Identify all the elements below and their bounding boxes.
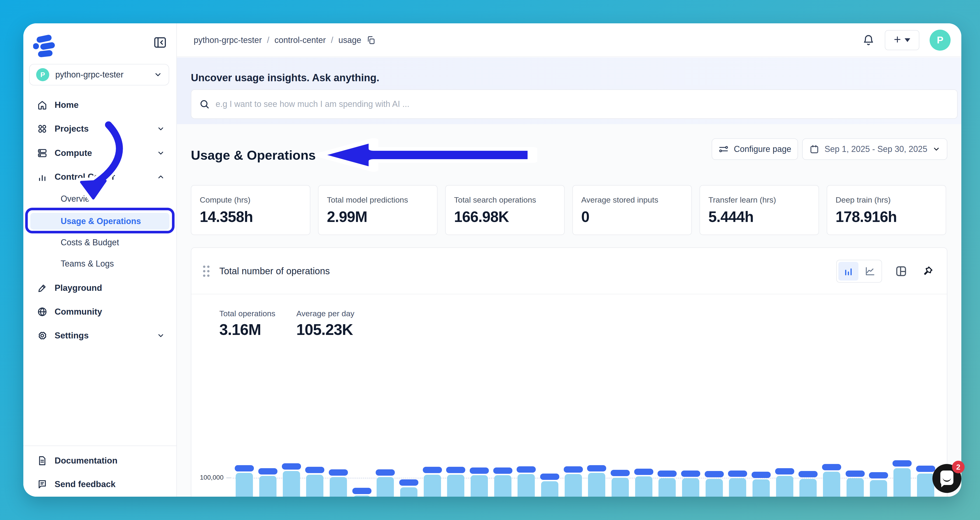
sidebar-item-compute[interactable]: Compute <box>23 144 177 162</box>
sidebar-item-label: Community <box>55 307 102 317</box>
stat-label: Compute (hrs) <box>200 196 301 204</box>
projects-icon <box>37 124 48 134</box>
sidebar-item-label: Playground <box>55 283 102 293</box>
date-range-picker[interactable]: Sep 1, 2025 - Sep 30, 2025 <box>802 138 947 160</box>
chart-bar-marker <box>634 469 653 475</box>
chart-bar-sep-13 <box>517 474 535 497</box>
stat-value: 14.358h <box>200 208 301 226</box>
chart-plot: 020,00040,00060,00080,000100,000 <box>191 248 947 497</box>
chart-bar-marker <box>329 469 348 475</box>
sidebar-item-label: Send feedback <box>55 479 116 489</box>
chart-bar-marker <box>705 471 724 477</box>
home-icon <box>37 100 48 110</box>
page-content: Usage & Operations Configure page Sep 1,… <box>177 124 961 497</box>
chart-bar-marker <box>799 471 818 477</box>
search-icon <box>199 99 210 109</box>
caret-down-icon <box>905 38 910 42</box>
app-logo-icon <box>33 35 56 58</box>
user-avatar[interactable]: P <box>930 30 951 51</box>
chart-bar-marker <box>517 466 536 472</box>
project-selector[interactable]: P python-grpc-tester <box>29 64 169 86</box>
stat-card-compute: Compute (hrs) 14.358h <box>191 185 310 235</box>
chart-bar-marker <box>305 467 325 473</box>
stat-card-search-operations: Total search operations 166.98K <box>445 185 565 235</box>
bar-chart-icon <box>37 172 48 182</box>
project-name: python-grpc-tester <box>55 70 154 80</box>
chart-bar-marker <box>822 464 841 470</box>
chart-bar-sep-9 <box>424 475 441 497</box>
sidebar-item-home[interactable]: Home <box>23 96 177 114</box>
chart-bar-sep-2 <box>259 476 277 497</box>
project-avatar: P <box>36 68 49 81</box>
sidebar-item-teams-logs[interactable]: Teams & Logs <box>23 255 177 272</box>
sidebar: P python-grpc-tester Home Projects Compu… <box>23 23 177 497</box>
annotation-left-arrow <box>312 134 560 180</box>
sidebar-item-community[interactable]: Community <box>23 302 177 321</box>
search-placeholder: e.g I want to see how much I am spending… <box>216 99 409 109</box>
sidebar-item-overview[interactable]: Overview <box>23 191 177 207</box>
chart-bar-marker <box>869 472 888 479</box>
chart-bar-marker <box>916 466 935 472</box>
chart-bar-marker <box>587 465 606 471</box>
axis-tick <box>226 477 231 478</box>
chart-bar-marker <box>352 488 371 494</box>
chart-bar-sep-28 <box>870 480 887 497</box>
sidebar-item-send-feedback[interactable]: Send feedback <box>23 475 177 494</box>
chart-bar-marker <box>752 472 771 478</box>
chart-bar-sep-25 <box>799 479 817 497</box>
sidebar-item-control-center[interactable]: Control Center <box>23 168 177 186</box>
operations-chart-card: Total number of operations <box>191 247 947 497</box>
sidebar-item-settings[interactable]: Settings <box>23 326 177 345</box>
stat-value: 166.98K <box>454 208 556 226</box>
breadcrumb-page[interactable]: usage <box>338 35 361 45</box>
app-window: P python-grpc-tester Home Projects Compu… <box>23 23 961 497</box>
stat-card-model-predictions: Total model predictions 2.99M <box>318 185 438 235</box>
chart-bar-sep-4 <box>306 475 323 497</box>
compute-icon <box>37 148 48 159</box>
sidebar-divider <box>23 445 177 446</box>
chart-bar-sep-22 <box>729 478 746 497</box>
calendar-icon <box>809 144 819 154</box>
chart-bar-sep-18 <box>635 476 652 497</box>
sidebar-item-usage-operations[interactable]: Usage & Operations <box>30 213 169 230</box>
sidebar-item-documentation[interactable]: Documentation <box>23 452 177 470</box>
ask-anything-input[interactable]: e.g I want to see how much I am spending… <box>191 89 958 119</box>
chart-bar-sep-11 <box>471 475 488 497</box>
chart-bar-sep-14 <box>541 481 558 497</box>
sidebar-item-label: Documentation <box>55 456 118 466</box>
bell-icon[interactable] <box>862 34 875 46</box>
chart-bar-sep-1 <box>235 473 253 497</box>
chart-bar-marker <box>657 471 677 477</box>
chart-bar-marker <box>728 471 747 477</box>
chart-bar-marker <box>681 471 700 477</box>
date-range-label: Sep 1, 2025 - Sep 30, 2025 <box>825 144 927 154</box>
globe-icon <box>37 307 48 317</box>
sidebar-collapse-icon[interactable] <box>153 35 167 49</box>
breadcrumb-project[interactable]: python-grpc-tester <box>194 35 262 45</box>
plus-icon: + <box>894 33 901 46</box>
sidebar-subitem-label: Teams & Logs <box>60 259 114 269</box>
chevron-up-icon <box>157 173 165 181</box>
sidebar-item-playground[interactable]: Playground <box>23 279 177 297</box>
stat-label: Average stored inputs <box>581 196 683 204</box>
copy-icon[interactable] <box>366 35 375 45</box>
sidebar-item-projects[interactable]: Projects <box>23 119 177 138</box>
chart-bar-marker <box>846 471 865 477</box>
chevron-down-icon <box>932 145 940 153</box>
sidebar-item-costs-budget[interactable]: Costs & Budget <box>23 234 177 251</box>
sidebar-item-label: Settings <box>55 331 89 340</box>
chart-bar-sep-29 <box>893 468 911 497</box>
chart-bar-sep-5 <box>330 477 347 497</box>
chat-launcher-button[interactable]: 2 <box>932 464 961 493</box>
configure-page-button[interactable]: Configure page <box>712 138 798 160</box>
top-header: python-grpc-tester / control-center / us… <box>177 23 961 57</box>
chart-bar-sep-7 <box>377 477 394 497</box>
chart-bar-marker <box>775 468 794 474</box>
configure-page-label: Configure page <box>734 144 791 154</box>
breadcrumb: python-grpc-tester / control-center / us… <box>194 23 375 57</box>
chart-bar-sep-17 <box>612 478 629 497</box>
chart-bar-sep-21 <box>706 479 723 497</box>
banner-heading: Uncover usage insights. Ask anything. <box>191 72 379 84</box>
breadcrumb-section[interactable]: control-center <box>274 35 326 45</box>
create-new-button[interactable]: + <box>885 30 920 50</box>
